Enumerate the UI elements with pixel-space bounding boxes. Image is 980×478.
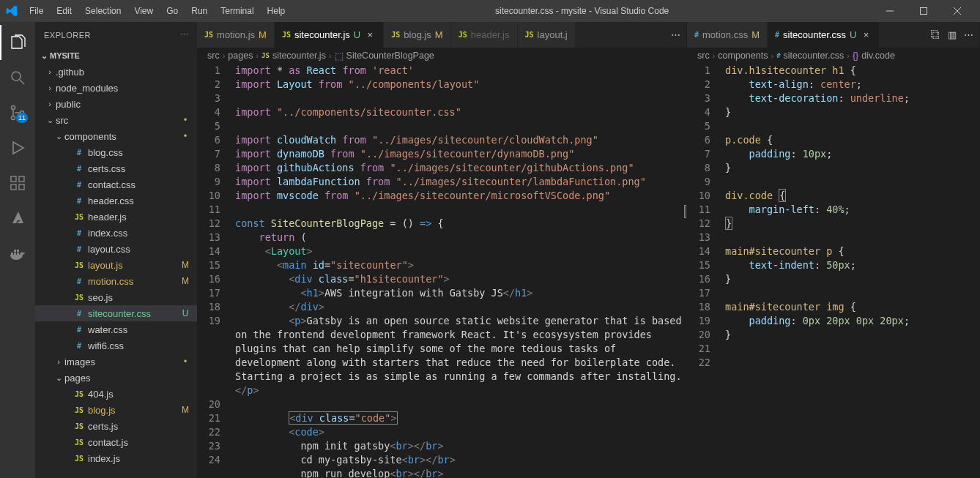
menu-terminal[interactable]: Terminal xyxy=(215,4,259,18)
file-index.js[interactable]: JSindex.js xyxy=(35,450,197,466)
tab-motion.css[interactable]: #motion.cssM xyxy=(687,22,768,48)
file-sitecounter.css[interactable]: #sitecounter.cssU xyxy=(35,305,197,321)
tree-item-label: certs.js xyxy=(88,421,191,432)
menu-help[interactable]: Help xyxy=(261,4,292,18)
source-control-icon[interactable]: 11 xyxy=(0,95,35,130)
crumb[interactable]: div.code xyxy=(861,51,895,61)
file-404.js[interactable]: JS404.js xyxy=(35,386,197,402)
line-gutter: 12345678910111213141516171819202122 xyxy=(687,64,722,478)
file-contact.js[interactable]: JScontact.js xyxy=(35,434,197,450)
tree-item-label: contact.js xyxy=(88,437,191,448)
crumb[interactable]: pages xyxy=(228,51,253,61)
debug-icon[interactable] xyxy=(0,130,35,165)
css-icon: # xyxy=(73,149,85,157)
svg-rect-18 xyxy=(17,250,19,252)
crumb[interactable]: SiteCounterBlogPage xyxy=(346,51,434,61)
tab-layout.j[interactable]: JSlayout.j xyxy=(518,22,576,48)
file-motion.css[interactable]: #motion.cssM xyxy=(35,273,197,289)
file-icon: JS xyxy=(204,31,213,39)
more-icon[interactable]: ⋯ xyxy=(180,30,189,40)
activity-bar: 11 xyxy=(0,22,35,478)
menu-file[interactable]: File xyxy=(23,4,49,18)
file-icon: # xyxy=(694,31,699,39)
git-status: U xyxy=(179,308,191,318)
azure-icon[interactable] xyxy=(0,201,35,236)
tab-action[interactable]: ⿻ xyxy=(931,29,940,40)
menu-bar: FileEditSelectionViewGoRunTerminalHelp xyxy=(23,4,291,18)
close-icon[interactable]: × xyxy=(364,29,376,40)
maximize-button[interactable] xyxy=(907,0,940,22)
crumb[interactable]: src xyxy=(697,51,710,61)
file-blog.css[interactable]: #blog.css xyxy=(35,144,197,160)
code-area-left[interactable]: 123456789101112131415161718192021222324 … xyxy=(197,64,686,478)
tab-sitecounter.css[interactable]: #sitecounter.cssU× xyxy=(768,22,880,48)
css-icon: # xyxy=(73,277,85,285)
git-status: M xyxy=(179,405,191,415)
code-area-right[interactable]: 12345678910111213141516171819202122 div.… xyxy=(687,64,979,478)
file-certs.css[interactable]: #certs.css xyxy=(35,160,197,176)
folder-components[interactable]: ⌄components• xyxy=(35,128,197,144)
crumb[interactable]: src xyxy=(207,51,220,61)
file-icon: # xyxy=(775,31,779,39)
symbol-icon: {} xyxy=(853,51,858,61)
tab-motion.js[interactable]: JSmotion.jsM xyxy=(197,22,275,48)
extensions-icon[interactable] xyxy=(0,165,35,201)
folder-images[interactable]: ›images• xyxy=(35,354,197,370)
tree-item-label: layout.css xyxy=(88,244,191,255)
menu-edit[interactable]: Edit xyxy=(51,4,78,18)
menu-view[interactable]: View xyxy=(128,4,159,18)
tree-item-label: blog.css xyxy=(88,147,191,158)
file-blog.js[interactable]: JSblog.jsM xyxy=(35,402,197,418)
menu-selection[interactable]: Selection xyxy=(79,4,127,18)
folder-.github[interactable]: ›.github xyxy=(35,64,197,80)
folder-node_modules[interactable]: ›node_modules xyxy=(35,80,197,96)
breadcrumb-left[interactable]: src›pages›JS sitecounter.js›⬚ SiteCounte… xyxy=(197,48,686,64)
minimize-button[interactable] xyxy=(873,0,907,22)
folder-src[interactable]: ⌄src• xyxy=(35,112,197,128)
twist-icon: › xyxy=(44,83,56,92)
file-contact.css[interactable]: #contact.css xyxy=(35,176,197,193)
file-index.css[interactable]: #index.css xyxy=(35,225,197,241)
file-header.css[interactable]: #header.css xyxy=(35,193,197,209)
svg-rect-15 xyxy=(14,253,16,255)
file-certs.js[interactable]: JScerts.js xyxy=(35,418,197,434)
crumb[interactable]: sitecounter.js xyxy=(272,51,326,61)
svg-rect-10 xyxy=(11,176,16,182)
tab-blog.js[interactable]: JSblog.jsM xyxy=(384,22,450,48)
file-icon: JS xyxy=(525,31,534,39)
tab-action[interactable]: ⋯ xyxy=(671,29,680,40)
close-button[interactable] xyxy=(940,0,974,22)
menu-go[interactable]: Go xyxy=(160,4,184,18)
file-icon: JS xyxy=(261,52,270,59)
file-header.js[interactable]: JSheader.js xyxy=(35,209,197,225)
crumb[interactable]: components xyxy=(718,51,768,61)
files-icon[interactable] xyxy=(0,25,35,60)
close-icon[interactable]: × xyxy=(860,29,872,40)
twist-icon: ⌄ xyxy=(53,132,64,141)
code-lines[interactable]: div.h1sitecounter h1 { text-align: cente… xyxy=(722,64,979,478)
tab-action[interactable]: ▥ xyxy=(948,29,957,40)
git-status: U xyxy=(354,29,360,40)
file-seo.js[interactable]: JSseo.js xyxy=(35,289,197,305)
tab-header.js[interactable]: JSheader.js xyxy=(451,22,518,48)
git-status: U xyxy=(850,29,856,40)
svg-line-5 xyxy=(20,80,24,84)
sidebar-section[interactable]: ⌄ MYSITE xyxy=(35,48,197,64)
crumb[interactable]: sitecounter.css xyxy=(784,51,844,61)
folder-public[interactable]: ›public xyxy=(35,96,197,112)
file-layout.js[interactable]: JSlayout.jsM xyxy=(35,257,197,273)
svg-point-7 xyxy=(12,116,15,120)
folder-pages[interactable]: ⌄pages xyxy=(35,370,197,386)
file-wifi6.css[interactable]: #wifi6.css xyxy=(35,337,197,354)
file-layout.css[interactable]: #layout.css xyxy=(35,241,197,257)
docker-icon[interactable] xyxy=(0,236,35,271)
tab-action[interactable]: ⋯ xyxy=(964,29,973,40)
search-icon[interactable] xyxy=(0,60,35,95)
breadcrumb-right[interactable]: src›components›# sitecounter.css›{} div.… xyxy=(687,48,979,64)
menu-run[interactable]: Run xyxy=(185,4,213,18)
css-icon: # xyxy=(73,229,85,237)
file-water.css[interactable]: #water.css xyxy=(35,321,197,337)
tab-sitecounter.js[interactable]: JSsitecounter.jsU× xyxy=(275,22,384,48)
sidebar: EXPLORER ⋯ ⌄ MYSITE ›.github›node_module… xyxy=(35,22,197,478)
code-lines[interactable]: import * as React from 'react'import Lay… xyxy=(232,64,686,478)
